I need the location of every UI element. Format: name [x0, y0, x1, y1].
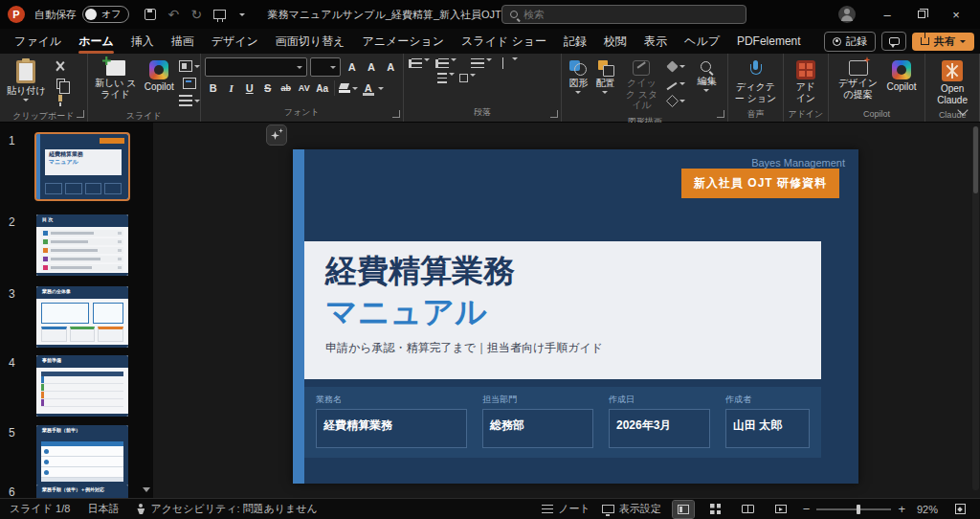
zoom-slider-thumb[interactable] [857, 505, 860, 514]
canvas-scrollbar[interactable] [972, 126, 979, 490]
user-avatar[interactable] [838, 6, 856, 23]
cut-button[interactable] [50, 58, 71, 74]
addins-button[interactable]: アド イン [791, 57, 821, 106]
numbering-button[interactable] [434, 58, 457, 69]
reading-view-button[interactable] [738, 501, 759, 518]
minimize-button[interactable]: – [871, 2, 903, 27]
shape-effects-button[interactable] [665, 93, 686, 108]
slide-thumbnail-5[interactable]: 業務手順（前半） [36, 425, 128, 486]
decrease-font-size-button[interactable]: A [363, 58, 379, 76]
change-case-button[interactable]: Aa [314, 79, 331, 97]
slide-indicator[interactable]: スライド 1/8 [10, 502, 70, 516]
text-direction-button[interactable] [502, 57, 518, 69]
tab-home[interactable]: ホーム [70, 30, 122, 54]
font-size-combobox[interactable] [310, 57, 342, 77]
tab-view[interactable]: 表示 [635, 30, 676, 54]
slide-thumbnail-3[interactable]: 業務の全体像 [36, 286, 128, 348]
autosave-toggle[interactable]: オフ [82, 6, 129, 23]
tab-record[interactable]: 記録 [555, 30, 595, 54]
thumbnail-scrollbar[interactable] [142, 123, 151, 498]
arrange-button[interactable]: 配置 [592, 57, 617, 97]
bullets-button[interactable] [408, 58, 430, 69]
slide-thumbnail-2[interactable]: 目 次 [36, 214, 128, 276]
customize-qat-button[interactable] [231, 4, 254, 25]
shape-outline-button[interactable] [665, 76, 686, 91]
slide-thumbnail-6[interactable]: 業務手順（後半）＋例外対応 [36, 485, 128, 498]
autosave-control[interactable]: 自動保存 オフ [34, 6, 129, 23]
zoom-out-button[interactable]: − [803, 502, 811, 516]
format-painter-button[interactable] [50, 93, 71, 108]
strikethrough-button[interactable]: S [259, 79, 277, 97]
search-input[interactable] [523, 9, 738, 20]
accessibility-status[interactable]: アクセシビリティ: 問題ありません [136, 502, 317, 516]
smartart-button[interactable] [459, 74, 476, 82]
new-slide-button[interactable]: 新しい スライド [92, 57, 140, 102]
font-color-button[interactable]: A [360, 79, 377, 97]
paste-button[interactable]: 貼り付け [4, 57, 48, 104]
display-settings-button[interactable]: 表示設定 [602, 502, 661, 516]
undo-button[interactable]: ↶ [162, 4, 185, 25]
tab-design[interactable]: デザイン [203, 30, 267, 54]
record-button[interactable]: 記録 [824, 32, 876, 52]
tab-draw[interactable]: 描画 [163, 30, 203, 54]
text-shadow-button[interactable]: ab [278, 79, 295, 97]
close-button[interactable]: × [940, 2, 972, 27]
font-name-combobox[interactable] [205, 57, 307, 77]
copilot-button[interactable]: Copilot [884, 57, 920, 96]
start-slideshow-button[interactable] [208, 4, 231, 25]
tab-insert[interactable]: 挿入 [122, 30, 163, 54]
language-indicator[interactable]: 日本語 [87, 502, 119, 516]
tab-animations[interactable]: アニメーション [353, 30, 453, 54]
fit-to-window-button[interactable] [949, 501, 970, 518]
designer-button[interactable]: デザイン の提案 [835, 57, 882, 102]
line-spacing-button[interactable] [471, 58, 492, 69]
slide-sorter-view-button[interactable] [705, 501, 726, 518]
section-button[interactable] [179, 93, 200, 108]
editing-button[interactable]: 編集 [694, 57, 719, 95]
powerpoint-app-icon[interactable]: P [8, 6, 25, 23]
italic-button[interactable]: I [223, 79, 240, 97]
dictate-button[interactable]: ディクテー ション [730, 57, 780, 106]
reset-slide-button[interactable] [179, 76, 200, 91]
notes-button[interactable]: ノート [542, 502, 590, 516]
slideshow-view-button[interactable] [770, 501, 791, 518]
font-dialog-launcher[interactable] [392, 110, 400, 118]
slide-info-panel[interactable]: 業務名 経費精算業務 担当部門 総務部 作成日 2026年3月 作成者 山田 太… [304, 387, 821, 458]
character-spacing-button[interactable]: AV [296, 79, 313, 97]
copy-button[interactable] [50, 76, 71, 91]
search-box[interactable] [501, 5, 746, 24]
tab-review[interactable]: 校閲 [595, 30, 635, 54]
bold-button[interactable]: B [205, 79, 222, 97]
clipboard-dialog-launcher[interactable] [77, 110, 84, 118]
restore-button[interactable] [905, 2, 938, 27]
tab-pdfelement[interactable]: PDFelement [728, 31, 810, 52]
underline-button[interactable]: U [241, 79, 258, 97]
comments-button[interactable] [881, 32, 906, 51]
quick-styles-button[interactable]: クイック スタイル [619, 57, 663, 114]
tab-transitions[interactable]: 画面切り替え [267, 30, 354, 54]
highlight-color-button[interactable] [338, 80, 359, 96]
designer-sparkle-button[interactable] [266, 124, 287, 146]
tab-help[interactable]: ヘルプ [676, 30, 728, 54]
increase-font-size-button[interactable]: A [344, 58, 360, 76]
shape-fill-button[interactable] [665, 58, 686, 74]
slide-thumbnail-4[interactable]: 事前準備 [36, 355, 128, 417]
copilot-slides-button[interactable]: Copilot [142, 57, 177, 96]
slide-layout-button[interactable] [179, 58, 200, 74]
align-text-button[interactable] [437, 73, 455, 83]
zoom-level[interactable]: 92% [917, 504, 938, 515]
tab-file[interactable]: ファイル [6, 30, 70, 54]
slide-title-box[interactable]: 経費精算業務 マニュアル 申請から承認・精算完了まで｜担当者向け手順ガイド [304, 241, 821, 379]
redo-button[interactable]: ↻ [185, 4, 208, 25]
shapes-button[interactable]: 図形 [566, 57, 590, 97]
normal-view-button[interactable] [673, 501, 694, 518]
drawing-dialog-launcher[interactable] [717, 110, 724, 118]
tab-slideshow[interactable]: スライド ショー [453, 30, 555, 54]
open-claude-button[interactable]: Open Claude [930, 57, 974, 108]
clear-formatting-button[interactable]: A [383, 58, 399, 76]
zoom-in-button[interactable]: + [898, 502, 905, 516]
slide-thumbnail-1[interactable]: 経費精算業務 マニュアル [34, 132, 130, 201]
zoom-slider[interactable] [816, 508, 891, 510]
share-button[interactable]: 共有 [912, 33, 974, 51]
slide-editor[interactable]: Bayes Management 新入社員 OJT 研修資料 経費精算業務 マニ… [293, 149, 858, 484]
